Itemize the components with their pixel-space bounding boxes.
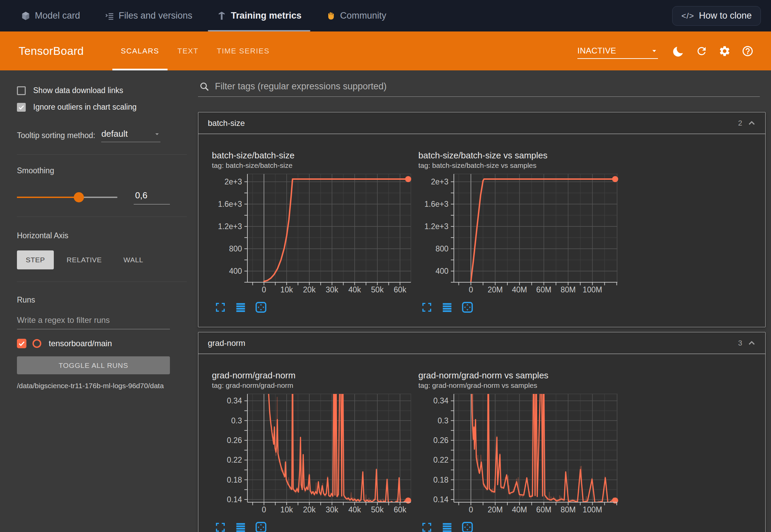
chart-title: batch-size/batch-size [212,150,414,160]
filter-tags-input[interactable] [215,81,760,92]
ignore-outliers-checkbox[interactable]: Ignore outliers in chart scaling [17,103,170,112]
chevron-down-icon [651,47,658,54]
how-to-clone-button[interactable]: </> How to clone [672,6,761,26]
run-filter-input[interactable] [17,313,170,329]
fit-domain-icon[interactable] [461,301,474,314]
svg-text:10k: 10k [280,285,293,294]
svg-text:1.2e+3: 1.2e+3 [218,222,242,231]
svg-text:2e+3: 2e+3 [431,177,448,186]
section-card-batch-size: batch-size 2 batch-size/batch-size tag: … [198,112,766,327]
runs-label: Runs [17,295,170,305]
chart-plot[interactable]: 020M40M60M80M100M4008001.2e+31.6e+32e+3 [418,173,620,297]
smoothing-label: Smoothing [17,166,170,175]
chart-plot[interactable]: 010k20k30k40k50k60k4008001.2e+31.6e+32e+… [212,173,414,297]
svg-text:30k: 30k [326,285,338,294]
chart-count-badge: 2 [738,119,742,128]
run-checkbox[interactable] [17,339,26,348]
smoothing-slider[interactable] [17,197,117,198]
svg-text:800: 800 [229,244,242,253]
fit-domain-icon[interactable] [255,521,267,532]
chart-tag: tag: grad-norm/grad-norm vs samples [418,381,620,390]
svg-text:40k: 40k [348,505,361,514]
help-button[interactable] [738,41,757,61]
expand-chart-icon[interactable] [420,301,433,314]
fit-domain-icon[interactable] [255,301,267,314]
tab-text[interactable]: TEXT [168,31,207,70]
chart-plot[interactable]: 010k20k30k40k50k60k0.140.180.220.260.30.… [212,393,414,517]
svg-text:1.6e+3: 1.6e+3 [218,200,242,208]
run-row-tensorboard-main[interactable]: tensorboard/main [17,339,170,348]
card-header[interactable]: grad-norm 3 [198,332,765,354]
divider [17,282,187,282]
svg-text:10k: 10k [280,505,293,514]
smoothing-value-input[interactable]: 0,6 [134,190,170,204]
card-body: grad-norm/grad-norm tag: grad-norm/grad-… [198,354,765,532]
data-table-icon[interactable] [234,521,247,532]
svg-text:40M: 40M [512,285,527,294]
show-data-download-links-checkbox[interactable]: Show data download links [17,86,170,95]
checkbox-unchecked[interactable] [17,86,26,95]
community-hand-icon [326,11,336,21]
card-collapse-control[interactable]: 2 [738,118,756,128]
hf-navbar: Model card Files and versions Training m… [0,0,771,31]
svg-text:0.26: 0.26 [433,436,448,445]
tab-model-card[interactable]: Model card [19,0,82,31]
run-log-path: /data/bigscience-tr11-176b-ml-logs-96d70… [17,381,170,390]
axis-relative-button[interactable]: RELATIVE [58,250,111,269]
svg-text:0.3: 0.3 [231,416,242,425]
chart-title: grad-norm/grad-norm [212,370,414,380]
tooltip-sorting-select[interactable]: default [101,129,160,142]
toggle-all-runs-button[interactable]: TOGGLE ALL RUNS [17,356,170,374]
svg-text:0.14: 0.14 [227,495,242,504]
settings-button[interactable] [715,41,734,61]
chart-plot[interactable]: 020M40M60M80M100M0.140.180.220.260.30.34 [418,393,620,517]
svg-text:0.14: 0.14 [433,495,448,504]
tab-training-metrics[interactable]: Training metrics [215,0,304,31]
svg-text:0: 0 [469,285,473,294]
svg-text:20k: 20k [303,505,316,514]
divider [17,154,187,155]
clone-button-label: How to clone [699,10,752,21]
chart-actions [418,521,620,532]
data-table-icon[interactable] [234,301,247,314]
axis-step-button[interactable]: STEP [17,250,54,269]
status-select[interactable]: INACTIVE [577,43,658,59]
chart-actions [212,301,414,314]
fit-domain-icon[interactable] [461,521,474,532]
dark-mode-toggle-button[interactable] [669,41,688,61]
svg-text:20k: 20k [303,285,316,294]
svg-text:0: 0 [262,505,266,514]
run-name: tensorboard/main [49,339,112,348]
tab-scalars[interactable]: SCALARS [112,31,168,70]
expand-chart-icon[interactable] [214,301,227,314]
data-table-icon[interactable] [441,301,454,314]
data-table-icon[interactable] [441,521,454,532]
tab-community[interactable]: Community [324,0,389,31]
refresh-button[interactable] [692,41,711,61]
slider-thumb[interactable] [74,192,84,202]
tab-label: Model card [35,10,80,21]
expand-chart-icon[interactable] [214,521,227,532]
checkbox-label: Show data download links [33,86,123,95]
check-icon [18,104,25,111]
content: Show data download links Ignore outliers… [0,70,771,532]
card-collapse-control[interactable]: 3 [738,338,756,348]
tab-label: Community [340,10,387,21]
axis-wall-button[interactable]: WALL [115,250,152,269]
tab-files-and-versions[interactable]: Files and versions [103,0,195,31]
code-icon: </> [681,11,694,21]
tensorboard-logo: TensorBoard [19,45,112,58]
tab-time-series[interactable]: TIME SERIES [207,31,279,70]
expand-chart-icon[interactable] [420,521,433,532]
svg-text:40k: 40k [348,285,361,294]
svg-text:80M: 80M [560,505,576,514]
svg-text:0.3: 0.3 [438,416,448,425]
checkbox-checked[interactable] [17,103,26,112]
search-icon [199,82,210,92]
card-header[interactable]: batch-size 2 [198,112,765,134]
training-metrics-icon [217,11,227,21]
tooltip-sorting-label: Tooltip sorting method: [17,131,95,140]
checkbox-label: Ignore outliers in chart scaling [33,103,137,112]
run-color-swatch [32,339,41,348]
refresh-icon [696,45,708,57]
